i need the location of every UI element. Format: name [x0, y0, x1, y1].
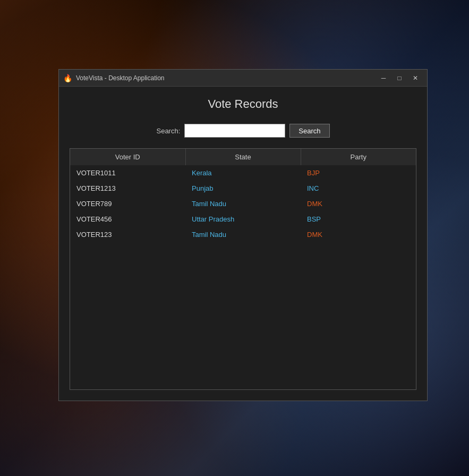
- app-icon: 🔥: [63, 74, 72, 82]
- voter-id-cell: VOTER123: [70, 227, 185, 242]
- search-row: Search: Search: [70, 124, 416, 138]
- col-party: Party: [301, 149, 416, 165]
- voter-id-cell: VOTER456: [70, 211, 185, 227]
- state-cell: Kerala: [185, 165, 301, 181]
- party-cell: DMK: [301, 196, 416, 211]
- party-cell: DMK: [301, 227, 416, 242]
- party-cell: BJP: [301, 165, 416, 181]
- titlebar: 🔥 VoteVista - Desktop Application ─ □ ✕: [59, 70, 427, 87]
- state-cell: Punjab: [185, 181, 301, 196]
- search-input[interactable]: [184, 124, 285, 138]
- window-title: VoteVista - Desktop Application: [76, 74, 376, 82]
- party-cell: INC: [301, 181, 416, 196]
- vote-records-table: Voter ID State Party VOTER1011KeralaBJPV…: [70, 149, 416, 242]
- state-cell: Uttar Pradesh: [185, 211, 301, 227]
- table-scroll[interactable]: Voter ID State Party VOTER1011KeralaBJPV…: [70, 149, 416, 389]
- state-cell: Tamil Nadu: [185, 227, 301, 242]
- table-row: VOTER123Tamil NaduDMK: [70, 227, 416, 242]
- window-controls: ─ □ ✕: [376, 72, 423, 84]
- close-button[interactable]: ✕: [408, 72, 423, 84]
- state-cell: Tamil Nadu: [185, 196, 301, 211]
- voter-id-cell: VOTER1213: [70, 181, 185, 196]
- table-container: Voter ID State Party VOTER1011KeralaBJPV…: [70, 148, 416, 390]
- search-label: Search:: [156, 127, 180, 135]
- table-row: VOTER1011KeralaBJP: [70, 165, 416, 181]
- table-body: VOTER1011KeralaBJPVOTER1213PunjabINCVOTE…: [70, 165, 416, 242]
- col-voter-id: Voter ID: [70, 149, 185, 165]
- table-row: VOTER1213PunjabINC: [70, 181, 416, 196]
- maximize-button[interactable]: □: [392, 72, 407, 84]
- col-state: State: [185, 149, 301, 165]
- minimize-button[interactable]: ─: [376, 72, 391, 84]
- table-row: VOTER789Tamil NaduDMK: [70, 196, 416, 211]
- search-button[interactable]: Search: [289, 124, 329, 138]
- main-content: Vote Records Search: Search Voter ID Sta…: [59, 87, 427, 401]
- party-cell: BSP: [301, 211, 416, 227]
- application-window: 🔥 VoteVista - Desktop Application ─ □ ✕ …: [58, 69, 428, 401]
- voter-id-cell: VOTER1011: [70, 165, 185, 181]
- page-title: Vote Records: [70, 97, 416, 111]
- table-header-row: Voter ID State Party: [70, 149, 416, 165]
- table-row: VOTER456Uttar PradeshBSP: [70, 211, 416, 227]
- voter-id-cell: VOTER789: [70, 196, 185, 211]
